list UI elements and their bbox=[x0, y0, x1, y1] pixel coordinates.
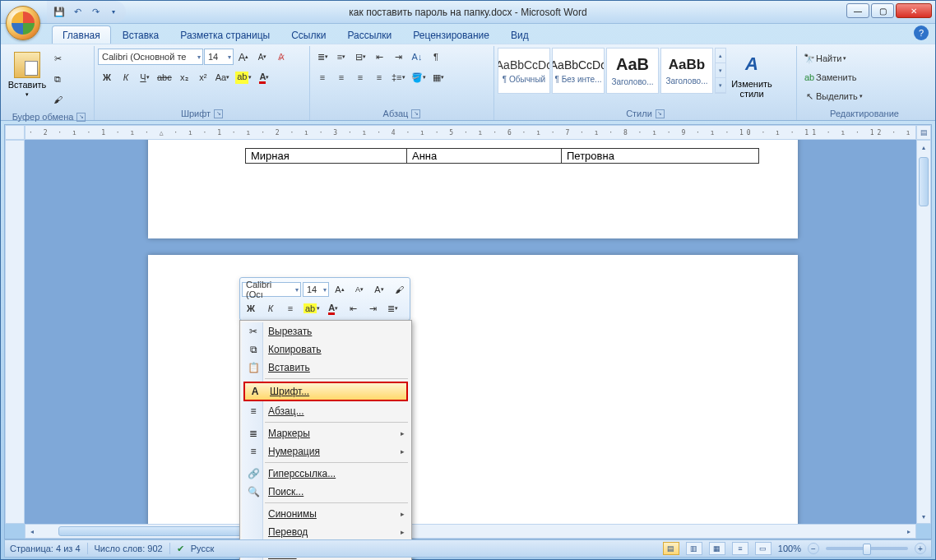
font-color-button[interactable]: A▾ bbox=[255, 68, 273, 86]
mini-align-center[interactable]: ≡ bbox=[281, 299, 299, 317]
cut-button[interactable]: ✂ bbox=[49, 49, 67, 67]
qat-customize-icon[interactable]: ▾ bbox=[106, 5, 121, 20]
close-button[interactable]: ✕ bbox=[896, 3, 932, 18]
shading-button[interactable]: 🪣▾ bbox=[409, 68, 429, 86]
mini-format-painter[interactable]: 🖌 bbox=[390, 280, 408, 299]
ctx-bullets[interactable]: ≣Маркеры▸ bbox=[242, 424, 410, 442]
vertical-ruler[interactable] bbox=[5, 140, 25, 524]
ctx-translate[interactable]: Перевод▸ bbox=[242, 523, 410, 541]
zoom-slider[interactable] bbox=[826, 547, 908, 550]
mini-change-case[interactable]: A▾ bbox=[370, 280, 388, 299]
subscript-button[interactable]: x₂ bbox=[175, 68, 193, 86]
ctx-synonyms[interactable]: Синонимы▸ bbox=[242, 505, 410, 523]
mini-grow-font[interactable]: A▴ bbox=[331, 280, 349, 299]
ctx-search[interactable]: 🔍Поиск... bbox=[242, 483, 410, 501]
view-web-layout[interactable]: ▦ bbox=[709, 542, 725, 555]
mini-indent-right[interactable]: ⇥ bbox=[364, 299, 382, 317]
shrink-font-button[interactable]: A▾ bbox=[253, 48, 271, 66]
mini-highlight[interactable]: ab▾ bbox=[301, 299, 322, 317]
align-right-button[interactable]: ≡ bbox=[351, 68, 369, 86]
table-row[interactable]: Мирная Анна Петровна bbox=[246, 149, 759, 164]
ctx-hyperlink[interactable]: 🔗Гиперссылка... bbox=[242, 465, 410, 483]
grow-font-button[interactable]: A▴ bbox=[234, 48, 253, 66]
sort-button[interactable]: A↓ bbox=[408, 48, 426, 66]
find-button[interactable]: 🔭Найти▾ bbox=[800, 49, 929, 67]
bold-button[interactable]: Ж bbox=[98, 68, 116, 86]
mini-bold[interactable]: Ж bbox=[242, 299, 260, 317]
align-center-button[interactable]: ≡ bbox=[332, 68, 350, 86]
ctx-paste[interactable]: 📋Вставить bbox=[242, 359, 410, 377]
replace-button[interactable]: abЗаменить bbox=[800, 68, 929, 86]
styles-more-icon[interactable]: ▾ bbox=[716, 78, 725, 93]
ctx-copy[interactable]: ⧉Копировать bbox=[242, 340, 410, 359]
styles-scroll-up-icon[interactable]: ▴ bbox=[716, 49, 725, 63]
font-name-combo[interactable]: Calibri (Основной те bbox=[98, 49, 203, 65]
format-painter-button[interactable]: 🖌 bbox=[49, 90, 67, 109]
numbering-button[interactable]: ≡▾ bbox=[332, 48, 350, 66]
strike-button[interactable]: abc bbox=[155, 68, 174, 86]
vertical-scrollbar[interactable]: ▴ ▾ bbox=[916, 140, 931, 524]
mini-size-combo[interactable]: 14 bbox=[303, 282, 329, 297]
italic-button[interactable]: К bbox=[117, 68, 135, 86]
style-heading2[interactable]: AaBb Заголово... bbox=[660, 48, 713, 94]
ctx-cut[interactable]: ✂Вырезать bbox=[242, 322, 410, 340]
view-print-layout[interactable]: ▤ bbox=[663, 542, 679, 555]
tab-layout[interactable]: Разметка страницы bbox=[170, 26, 280, 44]
horizontal-ruler[interactable]: · 2 · ı · 1 · ı · △ · ı · 1 · ı · 2 · ı … bbox=[25, 125, 916, 140]
mini-font-combo[interactable]: Calibri (Осı bbox=[242, 282, 301, 297]
status-page[interactable]: Страница: 4 из 4 bbox=[10, 544, 81, 553]
font-size-combo[interactable]: 14 bbox=[204, 49, 234, 65]
select-button[interactable]: ↖Выделить▾ bbox=[800, 87, 929, 105]
mini-bullets[interactable]: ≣▾ bbox=[383, 299, 401, 317]
copy-button[interactable]: ⧉ bbox=[49, 70, 67, 88]
multilevel-button[interactable]: ⊟▾ bbox=[351, 48, 369, 66]
vscroll-down-icon[interactable]: ▾ bbox=[917, 510, 930, 523]
qat-save-icon[interactable]: 💾 bbox=[52, 5, 67, 20]
zoom-in-button[interactable]: + bbox=[915, 543, 926, 554]
view-full-reading[interactable]: ▥ bbox=[686, 542, 702, 555]
ctx-paragraph[interactable]: ≡Абзац... bbox=[242, 402, 410, 420]
maximize-button[interactable]: ▢ bbox=[871, 3, 894, 18]
underline-button[interactable]: Ч▾ bbox=[136, 68, 154, 86]
tab-insert[interactable]: Вставка bbox=[113, 26, 169, 44]
highlight-button[interactable]: ab▾ bbox=[233, 68, 254, 86]
tab-review[interactable]: Рецензирование bbox=[403, 26, 499, 44]
hscroll-left-icon[interactable]: ◂ bbox=[25, 525, 39, 538]
superscript-button[interactable]: x² bbox=[194, 68, 212, 86]
ruler-toggle-button[interactable]: ▤ bbox=[916, 125, 931, 140]
change-styles-button[interactable]: A Изменить стили bbox=[728, 48, 776, 102]
clear-format-button[interactable]: A̷ bbox=[272, 48, 290, 66]
document-table[interactable]: Мирная Анна Петровна bbox=[245, 148, 759, 164]
horizontal-scrollbar[interactable]: ◂ ▸ bbox=[25, 524, 916, 539]
mini-indent-left[interactable]: ⇤ bbox=[344, 299, 362, 317]
paste-button[interactable]: Вставить ▾ bbox=[7, 48, 47, 102]
style-normal[interactable]: AaBbCcDc ¶ Обычный bbox=[498, 48, 550, 94]
ctx-font[interactable]: A Шрифт... bbox=[245, 383, 406, 400]
bullets-button[interactable]: ≣▾ bbox=[313, 48, 331, 66]
tab-references[interactable]: Ссылки bbox=[281, 26, 336, 44]
table-cell[interactable]: Анна bbox=[407, 149, 562, 164]
hscroll-right-icon[interactable]: ▸ bbox=[902, 525, 915, 538]
styles-scroll[interactable]: ▴ ▾ ▾ bbox=[715, 48, 726, 94]
qat-undo-icon[interactable]: ↶ bbox=[70, 5, 85, 20]
ctx-numbering[interactable]: ≡Нумерация▸ bbox=[242, 442, 410, 460]
mini-italic[interactable]: К bbox=[262, 299, 280, 317]
ruler-corner[interactable] bbox=[5, 125, 25, 140]
change-case-button[interactable]: Aa▾ bbox=[213, 68, 232, 86]
office-button[interactable] bbox=[6, 6, 40, 40]
view-outline[interactable]: ≡ bbox=[732, 542, 748, 555]
qat-redo-icon[interactable]: ↷ bbox=[88, 5, 103, 20]
tab-view[interactable]: Вид bbox=[501, 26, 539, 44]
document-canvas[interactable]: Мирная Анна Петровна bbox=[25, 140, 916, 524]
font-launcher[interactable]: ↘ bbox=[214, 109, 223, 118]
help-button[interactable]: ? bbox=[914, 25, 929, 40]
align-left-button[interactable]: ≡ bbox=[313, 68, 331, 86]
indent-left-button[interactable]: ⇤ bbox=[370, 48, 388, 66]
minimize-button[interactable]: — bbox=[846, 3, 869, 18]
style-nospacing[interactable]: AaBbCcDc ¶ Без инте... bbox=[552, 48, 605, 94]
tab-mailings[interactable]: Рассылки bbox=[337, 26, 401, 44]
borders-button[interactable]: ▦▾ bbox=[429, 68, 447, 86]
show-marks-button[interactable]: ¶ bbox=[427, 48, 445, 66]
mini-shrink-font[interactable]: A▾ bbox=[350, 280, 368, 299]
styles-scroll-down-icon[interactable]: ▾ bbox=[716, 63, 725, 78]
